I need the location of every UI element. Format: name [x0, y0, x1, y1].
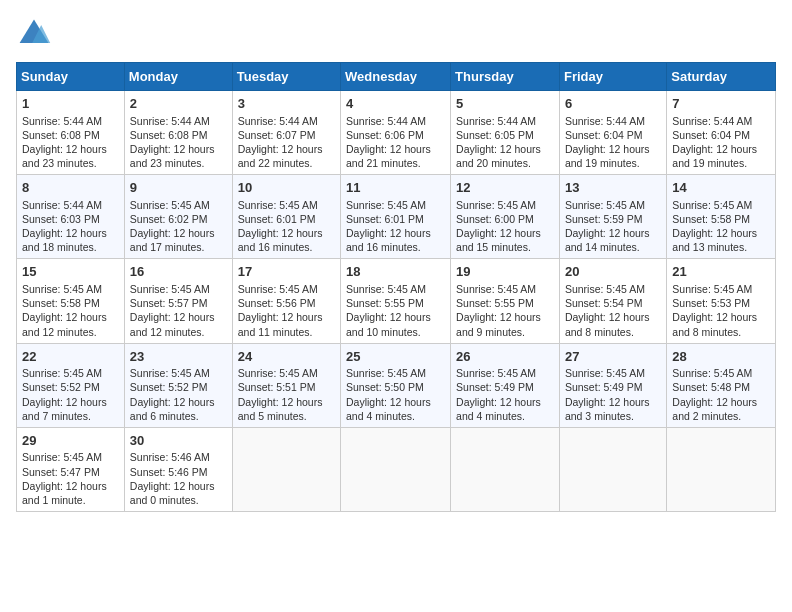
daylight-text: Daylight: 12 hours and 15 minutes.	[456, 226, 554, 254]
sunrise-text: Sunrise: 5:44 AM	[22, 198, 119, 212]
calendar-cell: 30Sunrise: 5:46 AMSunset: 5:46 PMDayligh…	[124, 427, 232, 511]
day-number: 5	[456, 95, 554, 113]
sunrise-text: Sunrise: 5:44 AM	[672, 114, 770, 128]
sunset-text: Sunset: 5:56 PM	[238, 296, 335, 310]
sunset-text: Sunset: 5:55 PM	[346, 296, 445, 310]
daylight-text: Daylight: 12 hours and 16 minutes.	[346, 226, 445, 254]
header-friday: Friday	[559, 63, 666, 91]
sunrise-text: Sunrise: 5:45 AM	[346, 198, 445, 212]
sunrise-text: Sunrise: 5:45 AM	[238, 366, 335, 380]
daylight-text: Daylight: 12 hours and 12 minutes.	[22, 310, 119, 338]
calendar-cell: 29Sunrise: 5:45 AMSunset: 5:47 PMDayligh…	[17, 427, 125, 511]
sunset-text: Sunset: 6:00 PM	[456, 212, 554, 226]
sunrise-text: Sunrise: 5:45 AM	[22, 366, 119, 380]
header-wednesday: Wednesday	[341, 63, 451, 91]
daylight-text: Daylight: 12 hours and 5 minutes.	[238, 395, 335, 423]
header-monday: Monday	[124, 63, 232, 91]
sunrise-text: Sunrise: 5:45 AM	[456, 198, 554, 212]
calendar-cell	[232, 427, 340, 511]
day-number: 1	[22, 95, 119, 113]
daylight-text: Daylight: 12 hours and 4 minutes.	[456, 395, 554, 423]
day-number: 15	[22, 263, 119, 281]
sunrise-text: Sunrise: 5:45 AM	[130, 366, 227, 380]
header	[16, 16, 776, 52]
daylight-text: Daylight: 12 hours and 17 minutes.	[130, 226, 227, 254]
calendar-cell: 18Sunrise: 5:45 AMSunset: 5:55 PMDayligh…	[341, 259, 451, 343]
day-number: 2	[130, 95, 227, 113]
day-number: 12	[456, 179, 554, 197]
calendar-cell: 4Sunrise: 5:44 AMSunset: 6:06 PMDaylight…	[341, 91, 451, 175]
day-number: 25	[346, 348, 445, 366]
day-number: 8	[22, 179, 119, 197]
calendar-week-3: 15Sunrise: 5:45 AMSunset: 5:58 PMDayligh…	[17, 259, 776, 343]
sunrise-text: Sunrise: 5:45 AM	[456, 282, 554, 296]
daylight-text: Daylight: 12 hours and 13 minutes.	[672, 226, 770, 254]
calendar-cell: 15Sunrise: 5:45 AMSunset: 5:58 PMDayligh…	[17, 259, 125, 343]
sunset-text: Sunset: 5:50 PM	[346, 380, 445, 394]
daylight-text: Daylight: 12 hours and 9 minutes.	[456, 310, 554, 338]
sunrise-text: Sunrise: 5:45 AM	[238, 282, 335, 296]
daylight-text: Daylight: 12 hours and 4 minutes.	[346, 395, 445, 423]
daylight-text: Daylight: 12 hours and 22 minutes.	[238, 142, 335, 170]
sunset-text: Sunset: 6:02 PM	[130, 212, 227, 226]
daylight-text: Daylight: 12 hours and 2 minutes.	[672, 395, 770, 423]
calendar-cell: 2Sunrise: 5:44 AMSunset: 6:08 PMDaylight…	[124, 91, 232, 175]
calendar-cell: 5Sunrise: 5:44 AMSunset: 6:05 PMDaylight…	[451, 91, 560, 175]
sunrise-text: Sunrise: 5:45 AM	[672, 366, 770, 380]
sunrise-text: Sunrise: 5:45 AM	[672, 282, 770, 296]
sunset-text: Sunset: 6:01 PM	[238, 212, 335, 226]
day-number: 18	[346, 263, 445, 281]
daylight-text: Daylight: 12 hours and 7 minutes.	[22, 395, 119, 423]
daylight-text: Daylight: 12 hours and 0 minutes.	[130, 479, 227, 507]
calendar-cell: 9Sunrise: 5:45 AMSunset: 6:02 PMDaylight…	[124, 175, 232, 259]
sunset-text: Sunset: 5:58 PM	[22, 296, 119, 310]
sunrise-text: Sunrise: 5:45 AM	[346, 366, 445, 380]
sunset-text: Sunset: 6:07 PM	[238, 128, 335, 142]
sunset-text: Sunset: 5:49 PM	[565, 380, 661, 394]
header-sunday: Sunday	[17, 63, 125, 91]
calendar-cell: 21Sunrise: 5:45 AMSunset: 5:53 PMDayligh…	[667, 259, 776, 343]
sunrise-text: Sunrise: 5:45 AM	[565, 366, 661, 380]
sunrise-text: Sunrise: 5:44 AM	[22, 114, 119, 128]
calendar-week-5: 29Sunrise: 5:45 AMSunset: 5:47 PMDayligh…	[17, 427, 776, 511]
sunset-text: Sunset: 6:04 PM	[565, 128, 661, 142]
sunset-text: Sunset: 6:03 PM	[22, 212, 119, 226]
daylight-text: Daylight: 12 hours and 20 minutes.	[456, 142, 554, 170]
sunrise-text: Sunrise: 5:45 AM	[22, 282, 119, 296]
calendar-cell: 16Sunrise: 5:45 AMSunset: 5:57 PMDayligh…	[124, 259, 232, 343]
calendar-cell: 23Sunrise: 5:45 AMSunset: 5:52 PMDayligh…	[124, 343, 232, 427]
day-number: 11	[346, 179, 445, 197]
day-number: 20	[565, 263, 661, 281]
sunset-text: Sunset: 5:53 PM	[672, 296, 770, 310]
calendar-cell: 19Sunrise: 5:45 AMSunset: 5:55 PMDayligh…	[451, 259, 560, 343]
day-number: 27	[565, 348, 661, 366]
daylight-text: Daylight: 12 hours and 18 minutes.	[22, 226, 119, 254]
day-number: 13	[565, 179, 661, 197]
calendar-cell: 13Sunrise: 5:45 AMSunset: 5:59 PMDayligh…	[559, 175, 666, 259]
logo	[16, 16, 56, 52]
daylight-text: Daylight: 12 hours and 12 minutes.	[130, 310, 227, 338]
calendar-cell: 24Sunrise: 5:45 AMSunset: 5:51 PMDayligh…	[232, 343, 340, 427]
sunset-text: Sunset: 6:08 PM	[130, 128, 227, 142]
day-number: 14	[672, 179, 770, 197]
daylight-text: Daylight: 12 hours and 11 minutes.	[238, 310, 335, 338]
logo-icon	[16, 16, 52, 52]
calendar-cell	[341, 427, 451, 511]
calendar-week-1: 1Sunrise: 5:44 AMSunset: 6:08 PMDaylight…	[17, 91, 776, 175]
sunset-text: Sunset: 6:06 PM	[346, 128, 445, 142]
calendar-cell: 26Sunrise: 5:45 AMSunset: 5:49 PMDayligh…	[451, 343, 560, 427]
daylight-text: Daylight: 12 hours and 16 minutes.	[238, 226, 335, 254]
day-number: 9	[130, 179, 227, 197]
calendar-week-4: 22Sunrise: 5:45 AMSunset: 5:52 PMDayligh…	[17, 343, 776, 427]
sunrise-text: Sunrise: 5:45 AM	[565, 198, 661, 212]
calendar-cell: 25Sunrise: 5:45 AMSunset: 5:50 PMDayligh…	[341, 343, 451, 427]
daylight-text: Daylight: 12 hours and 19 minutes.	[672, 142, 770, 170]
sunrise-text: Sunrise: 5:45 AM	[346, 282, 445, 296]
calendar-cell: 10Sunrise: 5:45 AMSunset: 6:01 PMDayligh…	[232, 175, 340, 259]
sunset-text: Sunset: 6:05 PM	[456, 128, 554, 142]
calendar-cell: 27Sunrise: 5:45 AMSunset: 5:49 PMDayligh…	[559, 343, 666, 427]
header-tuesday: Tuesday	[232, 63, 340, 91]
daylight-text: Daylight: 12 hours and 6 minutes.	[130, 395, 227, 423]
sunset-text: Sunset: 5:46 PM	[130, 465, 227, 479]
sunset-text: Sunset: 5:51 PM	[238, 380, 335, 394]
